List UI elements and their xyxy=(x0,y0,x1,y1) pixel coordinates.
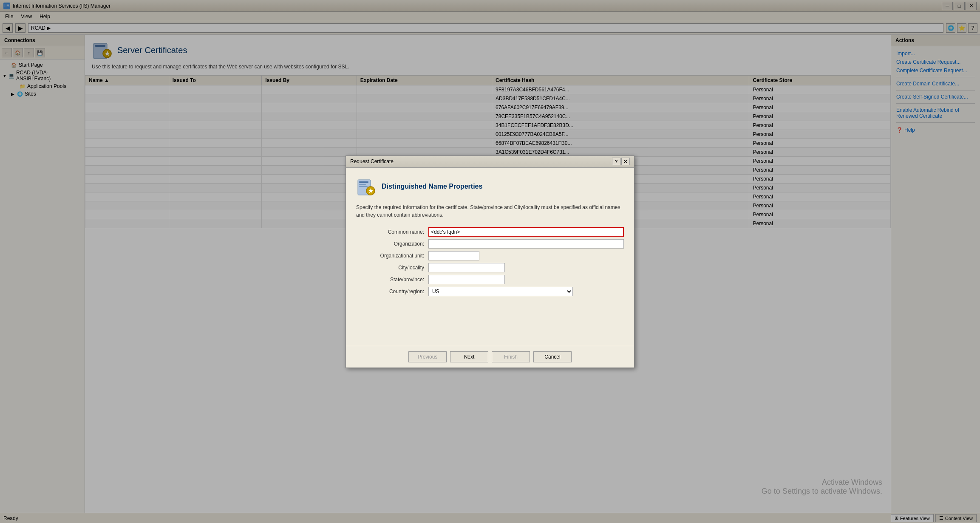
next-button[interactable]: Next xyxy=(450,351,488,362)
modal-section-label: Distinguished Name Properties xyxy=(382,183,482,190)
previous-button[interactable]: Previous xyxy=(408,351,447,362)
state-label: State/province: xyxy=(356,277,424,283)
org-unit-input[interactable] xyxy=(428,251,479,260)
country-label: Country/region: xyxy=(356,288,424,294)
org-unit-label: Organizational unit: xyxy=(356,253,424,259)
cancel-button[interactable]: Cancel xyxy=(533,351,572,362)
modal-section-title: ★ Distinguished Name Properties xyxy=(356,176,624,197)
modal-title: Request Certificate xyxy=(350,158,394,164)
modal-footer: Previous Next Finish Cancel xyxy=(346,346,634,368)
country-select[interactable]: US GB CA AU DE FR xyxy=(428,287,573,296)
form-grid: Common name: Organization: Organizationa… xyxy=(356,227,624,296)
modal-content: ★ Distinguished Name Properties Specify … xyxy=(346,168,634,346)
state-input[interactable] xyxy=(428,275,505,284)
modal-dialog: Request Certificate ? ✕ ★ Di xyxy=(346,155,634,368)
svg-rect-6 xyxy=(359,184,366,185)
svg-rect-5 xyxy=(359,181,368,183)
modal-description: Specify the required information for the… xyxy=(356,204,624,219)
org-unit-field-wrapper xyxy=(428,251,624,260)
city-input[interactable] xyxy=(428,263,505,272)
modal-titlebar: Request Certificate ? ✕ xyxy=(346,156,634,168)
modal-help-btn[interactable]: ? xyxy=(612,158,620,165)
common-name-label: Common name: xyxy=(356,229,424,235)
common-name-input[interactable] xyxy=(428,227,624,237)
city-label: City/locality xyxy=(356,265,424,271)
modal-overlay: Request Certificate ? ✕ ★ Di xyxy=(0,0,980,523)
modal-controls: ? ✕ xyxy=(612,158,630,165)
organization-label: Organization: xyxy=(356,241,424,247)
modal-close-btn[interactable]: ✕ xyxy=(621,158,630,165)
city-field-wrapper xyxy=(428,263,624,272)
organization-input[interactable] xyxy=(428,239,624,249)
modal-section-icon: ★ xyxy=(356,176,377,197)
finish-button[interactable]: Finish xyxy=(492,351,530,362)
svg-text:★: ★ xyxy=(368,187,374,194)
svg-rect-7 xyxy=(359,186,368,187)
state-field-wrapper xyxy=(428,275,624,284)
